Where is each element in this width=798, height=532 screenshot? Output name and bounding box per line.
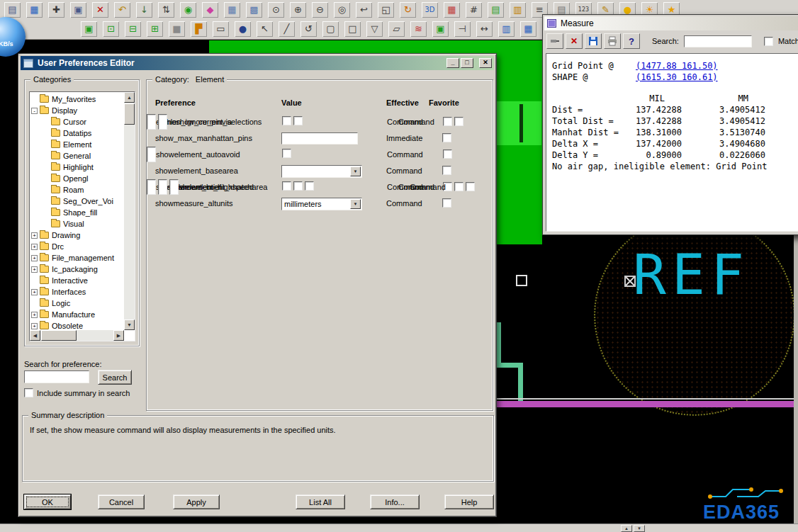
copy-icon[interactable]: ▣ [70,2,86,18]
find-icon[interactable]: ⊙ [268,2,284,18]
view-3d-icon[interactable]: 3D [422,2,438,18]
preference-favorite-checkbox[interactable] [442,198,451,208]
pin-icon[interactable]: ◆ [202,2,218,18]
zoom-fit-icon[interactable]: ◎ [334,2,350,18]
preference-value-checkbox[interactable] [293,181,303,191]
table-icon[interactable]: ▦ [520,21,536,37]
shape-subtract-icon[interactable]: ⊟ [125,21,141,37]
tree-item[interactable]: Interfaces [31,286,123,298]
tree-horizontal-scrollbar[interactable]: ◀ ▶ [30,330,124,341]
ripup-icon[interactable]: ≋ [410,21,427,37]
preference-value-checkbox[interactable] [282,116,291,125]
clear-measure-icon[interactable] [566,33,583,49]
corner-tool-icon[interactable]: ▛ [191,21,207,37]
new-drawing-icon[interactable]: ▤ [4,2,21,18]
tree-expander-icon[interactable] [31,232,38,239]
delete-icon[interactable]: ✕ [92,2,108,18]
include-summary-checkbox[interactable] [24,388,33,397]
tree-item[interactable]: Visual [31,218,123,230]
tree-item[interactable]: Roam [31,184,123,196]
info-button[interactable]: Info... [370,494,420,509]
tree-expander-icon[interactable] [31,323,38,329]
tree-expander-icon[interactable] [31,244,38,250]
preference-value-select[interactable]: millimeters ▼ [281,198,362,210]
redo-icon[interactable]: ↻ [400,2,416,18]
search-input[interactable] [24,370,89,383]
grid-toggle-icon[interactable]: # [466,2,482,18]
apply-button[interactable]: Apply [173,494,220,509]
color-dialog-icon[interactable]: ▦ [444,2,460,18]
chevron-down-icon[interactable]: ▼ [350,199,361,209]
scroll-down-icon[interactable]: ▼ [124,319,135,330]
square-tool-icon[interactable]: □ [344,21,361,37]
dialog-titlebar[interactable]: User Preferences Editor [21,56,494,70]
tree-item[interactable]: General [31,150,123,162]
tree-item[interactable]: Opengl [31,173,123,184]
tree-expander-icon[interactable] [31,255,38,261]
ok-button[interactable]: OK [24,494,71,509]
zoom-in-icon[interactable]: ⊕ [290,2,306,18]
canvas-scrollbar[interactable] [794,235,798,524]
scroll-down-icon[interactable]: ▼ [634,525,645,532]
tree-item[interactable]: Element [31,139,123,150]
preference-favorite-checkbox[interactable] [466,182,475,191]
cross-section-icon[interactable]: ▥ [510,2,526,18]
preference-favorite-checkbox[interactable] [454,117,463,126]
preference-favorite-checkbox[interactable] [454,182,463,191]
pan-window-icon[interactable]: ▦ [224,2,240,18]
tree-expander-icon[interactable] [31,266,38,273]
line-tool-icon[interactable]: ╱ [279,21,295,37]
preference-value-select[interactable]: ▼ [281,165,362,178]
print-icon[interactable] [604,33,621,49]
scrollbar-thumb[interactable] [41,330,77,341]
preference-favorite-checkbox[interactable] [442,166,451,175]
shape-add-icon[interactable]: ▣ [81,21,97,37]
layers-icon[interactable]: ▤ [488,2,504,18]
measure-titlebar[interactable]: Measure [544,16,798,30]
shape-void-icon[interactable]: ■ [169,21,185,37]
scroll-left-icon[interactable]: ◀ [30,330,40,341]
web-update-icon[interactable]: ◉ [180,2,196,18]
tree-item[interactable]: Obsolete [31,320,123,329]
preference-favorite-checkbox[interactable] [442,133,451,142]
place-icon[interactable]: ↓ [136,2,152,18]
undo-icon[interactable]: ↶ [114,2,130,18]
measure-search-input[interactable] [684,35,752,47]
tree-expander-icon[interactable] [31,289,38,295]
move-icon[interactable]: ✚ [48,2,64,18]
pan-window-alt-icon[interactable]: ▩ [246,2,262,18]
preference-favorite-checkbox[interactable] [443,117,452,126]
tree-item[interactable]: Display [31,105,123,116]
tree-vertical-scrollbar[interactable]: ▲ ▼ [124,92,135,330]
preference-favorite-checkbox[interactable] [443,149,452,159]
parallelogram-tool-icon[interactable]: ▱ [388,21,405,37]
cancel-button[interactable]: Cancel [98,494,145,509]
shape-merge-icon[interactable]: ⊞ [147,21,163,37]
preference-value-checkbox[interactable] [282,149,291,158]
save-icon[interactable] [585,33,602,49]
dimension-icon[interactable]: ↔ [476,21,493,37]
tree-item[interactable]: Manufacture [31,309,123,320]
tree-item[interactable]: Logic [31,298,123,309]
shape-edit-icon[interactable]: ⊡ [103,21,119,37]
tree-item[interactable]: Seg_Over_Voi [31,196,123,207]
tree-expander-icon[interactable] [31,108,38,114]
chevron-down-icon[interactable]: ▼ [350,166,361,176]
tree-item[interactable]: Drc [31,241,123,252]
tree-item[interactable]: My_favorites [31,94,123,105]
rotate-tool-icon[interactable]: ↺ [300,21,317,37]
preference-value-checkbox[interactable] [282,181,291,191]
preference-value-input[interactable] [281,132,358,145]
scroll-up-icon[interactable]: ▲ [124,92,135,103]
tree-item[interactable]: File_management [31,252,123,264]
close-button[interactable] [479,58,492,68]
preference-value-checkbox[interactable] [305,181,314,191]
tree-item[interactable]: Interactive [31,275,123,286]
tree-item[interactable]: Shape_fill [31,207,123,218]
scroll-up-icon[interactable]: ▲ [621,525,632,532]
tree-item[interactable]: Drawing [31,230,123,241]
tree-item[interactable]: Highlight [31,162,123,173]
rectangle-tool-icon[interactable]: ▭ [213,21,229,37]
polygon-tool-icon[interactable]: ▽ [366,21,383,37]
help-button[interactable]: Help [444,494,494,509]
